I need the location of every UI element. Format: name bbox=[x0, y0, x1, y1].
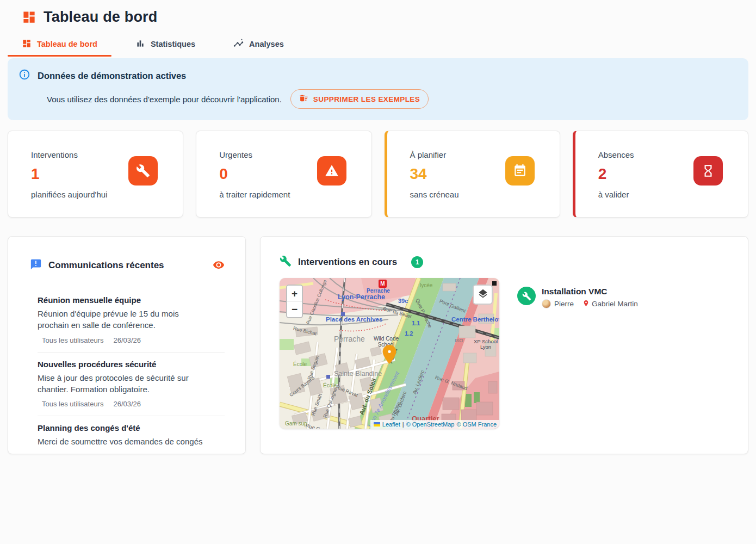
delete-sweep-icon bbox=[299, 94, 308, 104]
stat-value: 34 bbox=[410, 165, 560, 183]
stat-card-urgentes: Urgentes 0 à traiter rapidement bbox=[196, 131, 371, 218]
stat-value: 2 bbox=[598, 165, 748, 183]
page-title: Tableau de bord bbox=[44, 9, 158, 26]
communication-body: Merci de soumettre vos demandes de congé… bbox=[38, 436, 212, 447]
insights-icon bbox=[233, 38, 244, 50]
map-zoom-control: + − bbox=[286, 285, 303, 318]
leaflet-link[interactable]: Leaflet bbox=[382, 421, 400, 428]
stat-label: À planifier bbox=[410, 150, 560, 159]
tab-bar: Tableau de bord Statistiques Analyses bbox=[8, 33, 756, 57]
tab-tableau-de-bord[interactable]: Tableau de bord bbox=[8, 33, 111, 57]
banner-body: Vous utilisez des données d'exemple pour… bbox=[47, 95, 282, 104]
map-label-perrache-district: Perrache bbox=[334, 335, 365, 343]
intervention-title: Installation VMC bbox=[542, 287, 638, 296]
map-label-39c: 39c bbox=[398, 298, 408, 304]
interventions-title: Interventions en cours bbox=[298, 257, 397, 268]
calendar-icon bbox=[505, 156, 535, 186]
hourglass-icon bbox=[693, 156, 723, 186]
communication-item: Réunion mensuelle équipe Réunion d'équip… bbox=[38, 295, 225, 344]
interventions-list: Installation VMC Pierre Gabriel Martin bbox=[517, 278, 638, 429]
communication-title: Nouvelles procédures sécurité bbox=[38, 360, 225, 369]
communication-title: Planning des congés d'été bbox=[38, 423, 225, 432]
stat-card-a-planifier: À planifier 34 sans créneau bbox=[385, 131, 560, 218]
stat-label: Interventions bbox=[31, 150, 183, 159]
stat-cards-row: Interventions 1 planifiées aujourd'hui U… bbox=[8, 131, 748, 218]
stat-sublabel: à traiter rapidement bbox=[219, 190, 371, 199]
map-layers-button[interactable] bbox=[473, 285, 493, 305]
technician-name: Pierre bbox=[554, 300, 574, 308]
stat-sublabel: sans créneau bbox=[410, 190, 560, 199]
tab-label: Analyses bbox=[249, 40, 284, 48]
openstreetmap-link[interactable]: © OpenStreetMap bbox=[406, 421, 455, 428]
demo-data-banner: Données de démonstration actives Vous ut… bbox=[8, 58, 748, 120]
announcement-icon bbox=[30, 258, 42, 273]
banner-title: Données de démonstration actives bbox=[38, 71, 186, 81]
layers-icon bbox=[478, 288, 488, 301]
intervention-item[interactable]: Installation VMC Pierre Gabriel Martin bbox=[517, 287, 638, 308]
map-label-sainte-blandine: Sainte-Blandine bbox=[334, 370, 382, 378]
stat-label: Urgentes bbox=[219, 150, 371, 159]
place-pin-icon bbox=[583, 300, 590, 308]
tab-label: Statistiques bbox=[151, 40, 195, 48]
main-content: Communications récentes Réunion mensuell… bbox=[8, 236, 748, 454]
technician-avatar bbox=[542, 299, 551, 308]
map-label-place-des-archives: Place des Archives bbox=[326, 316, 382, 323]
view-all-communications-button[interactable] bbox=[213, 259, 225, 273]
map-corner-marker bbox=[492, 281, 497, 286]
map-marker-pin[interactable] bbox=[382, 345, 396, 366]
divider bbox=[38, 352, 225, 353]
dashboard-icon bbox=[22, 39, 32, 50]
dashboard-logo-icon bbox=[22, 10, 36, 24]
interventions-panel: Interventions en cours 1 bbox=[260, 236, 748, 454]
delete-examples-button[interactable]: SUPPRIMER LES EXEMPLES bbox=[290, 89, 429, 109]
communication-item: Planning des congés d'été Merci de soume… bbox=[38, 423, 225, 447]
divider bbox=[38, 416, 225, 416]
map-label-xp-school-lyon: XP School Lyon bbox=[470, 339, 499, 350]
stat-value: 1 bbox=[31, 165, 183, 183]
stat-card-interventions: Interventions 1 planifiées aujourd'hui bbox=[8, 131, 183, 218]
communication-title: Réunion mensuelle équipe bbox=[38, 295, 225, 305]
eye-icon bbox=[213, 259, 225, 273]
leaflet-map[interactable]: M Perrache Lyon-Perrache 39c lycée Place… bbox=[280, 278, 499, 429]
client-name: Gabriel Martin bbox=[592, 300, 638, 308]
communication-audience: Tous les utilisateurs bbox=[42, 400, 103, 408]
communication-audience: Tous les utilisateurs bbox=[42, 336, 103, 344]
communication-date: 26/03/26 bbox=[113, 400, 141, 408]
map-attribution: Leaflet | © OpenStreetMap © OSM France bbox=[370, 420, 499, 429]
wrench-icon bbox=[128, 156, 158, 186]
interventions-count-badge: 1 bbox=[411, 256, 423, 268]
communication-body: Réunion d'équipe prévue le 15 du mois pr… bbox=[38, 308, 212, 331]
zoom-in-button[interactable]: + bbox=[287, 286, 302, 301]
map-label-line-1-2: 1.2 bbox=[405, 330, 413, 337]
communications-title: Communications récentes bbox=[48, 260, 206, 271]
stat-label: Absences bbox=[598, 150, 748, 159]
map-label-ecole-1: École bbox=[293, 361, 307, 367]
communication-body: Mise à jour des protocoles de sécurité s… bbox=[38, 372, 212, 395]
tab-label: Tableau de bord bbox=[37, 40, 97, 48]
stat-card-absences: Absences 2 à valider bbox=[573, 131, 748, 218]
communications-panel: Communications récentes Réunion mensuell… bbox=[8, 236, 246, 454]
tab-statistiques[interactable]: Statistiques bbox=[121, 33, 209, 57]
bar-chart-icon bbox=[135, 39, 145, 50]
stat-value: 0 bbox=[219, 165, 371, 183]
map-label-centre-berthelot: Centre Berthelot bbox=[451, 316, 499, 323]
ukraine-flag-icon bbox=[374, 422, 380, 426]
wrench-icon bbox=[280, 255, 292, 269]
map-label-lyon-perrache: Lyon-Perrache bbox=[338, 294, 385, 301]
map-label-lycee: lycée bbox=[420, 282, 432, 288]
map-label-iso: ISO bbox=[455, 338, 463, 344]
stat-sublabel: planifiées aujourd'hui bbox=[31, 190, 183, 199]
wrench-circle-icon bbox=[517, 287, 536, 305]
zoom-out-button[interactable]: − bbox=[287, 301, 302, 317]
communication-item: Nouvelles procédures sécurité Mise à jou… bbox=[38, 360, 225, 409]
page-header: Tableau de bord bbox=[0, 0, 756, 26]
stat-sublabel: à valider bbox=[598, 190, 748, 199]
osm-france-link[interactable]: © OSM France bbox=[456, 421, 497, 428]
map-label-gam-sup: Gam sup bbox=[285, 421, 307, 426]
communications-list: Réunion mensuelle équipe Réunion d'équip… bbox=[38, 295, 225, 447]
warning-icon bbox=[317, 156, 346, 186]
metro-badge: M bbox=[379, 280, 387, 288]
tab-analyses[interactable]: Analyses bbox=[219, 33, 298, 57]
info-icon bbox=[18, 69, 30, 83]
map-label-line-1-1: 1.1 bbox=[412, 320, 420, 326]
